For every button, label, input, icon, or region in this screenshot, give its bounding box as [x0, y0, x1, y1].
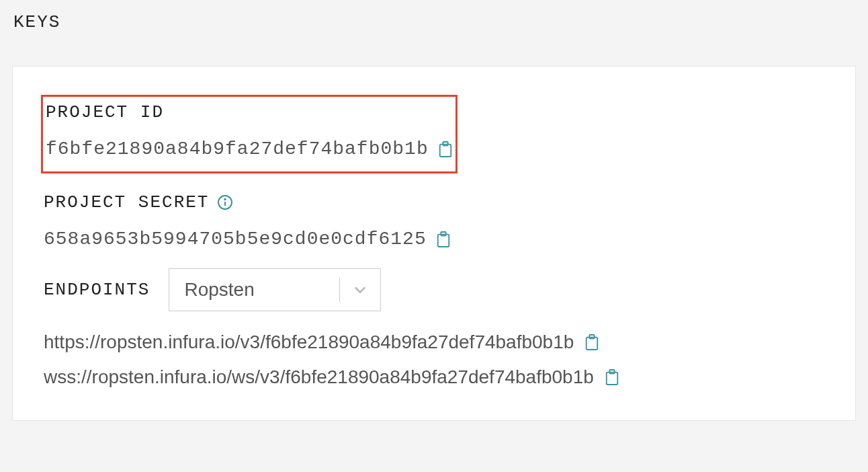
project-secret-label-text: PROJECT SECRET — [44, 192, 209, 212]
project-id-label: PROJECT ID — [46, 102, 453, 122]
endpoints-row: ENDPOINTS Ropsten — [44, 268, 824, 311]
clipboard-icon[interactable] — [605, 368, 619, 386]
project-id-row: f6bfe21890a84b9fa27def74bafb0b1b — [46, 139, 453, 159]
endpoint-http-url: https://ropsten.infura.io/v3/f6bfe21890a… — [44, 331, 574, 353]
clipboard-icon[interactable] — [584, 333, 599, 351]
project-secret-row: 658a9653b5994705b5e9cd0e0cdf6125 — [44, 229, 824, 249]
svg-rect-9 — [607, 372, 618, 385]
project-id-value: f6bfe21890a84b9fa27def74bafb0b1b — [46, 139, 429, 159]
chevron-down-icon — [340, 282, 380, 297]
endpoint-wss-url: wss://ropsten.infura.io/ws/v3/f6bfe21890… — [44, 366, 594, 388]
svg-rect-0 — [439, 144, 451, 156]
info-icon[interactable] — [217, 194, 233, 210]
project-secret-label: PROJECT SECRET — [44, 192, 824, 212]
endpoints-select-value: Ropsten — [169, 279, 339, 301]
clipboard-icon[interactable] — [438, 141, 453, 158]
project-secret-value: 658a9653b5994705b5e9cd0e0cdf6125 — [44, 229, 427, 249]
keys-card: PROJECT ID f6bfe21890a84b9fa27def74bafb0… — [12, 66, 856, 421]
project-id-highlight: PROJECT ID f6bfe21890a84b9fa27def74bafb0… — [41, 95, 458, 173]
endpoints-label: ENDPOINTS — [44, 280, 150, 300]
endpoints-select[interactable]: Ropsten — [169, 268, 381, 311]
svg-point-4 — [225, 199, 226, 200]
endpoint-http-row: https://ropsten.infura.io/v3/f6bfe21890a… — [44, 331, 824, 353]
project-secret-block: PROJECT SECRET 658a9653b5994705b5e9cd0e0… — [44, 192, 824, 249]
clipboard-icon[interactable] — [436, 231, 451, 248]
section-title: KEYS — [13, 12, 856, 32]
endpoint-wss-row: wss://ropsten.infura.io/ws/v3/f6bfe21890… — [44, 366, 824, 388]
